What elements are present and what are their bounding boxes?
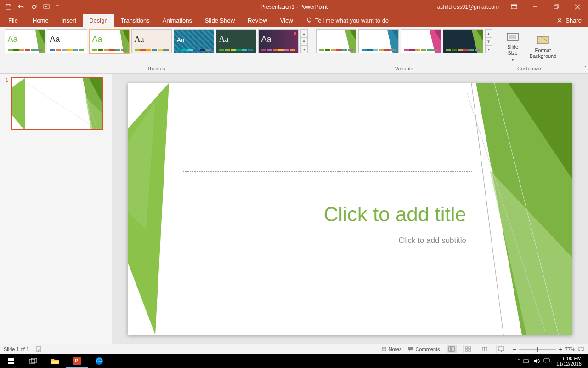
normal-view-icon[interactable] [447,345,457,353]
quick-access-toolbar [0,1,61,12]
edge-app-icon[interactable] [88,354,110,368]
notes-button[interactable]: Notes [381,346,402,352]
ribbon-display-options-icon[interactable] [503,0,525,14]
slide-size-button[interactable]: Slide Size ▾ [499,29,526,63]
theme-thumb-selected[interactable]: Aa [89,29,130,53]
themes-group-label: Themes [147,65,165,72]
svg-rect-37 [469,347,471,349]
theme-decoration-left [128,83,187,335]
tab-transitions[interactable]: Transitions [114,14,156,27]
title-bar: Presentation1 - PowerPoint achildress91@… [0,0,588,14]
theme-thumb[interactable]: Aa [216,29,256,53]
slide-sorter-view-icon[interactable] [463,345,473,353]
qat-customize-icon[interactable] [54,1,61,12]
zoom-slider[interactable] [519,349,556,350]
zoom-in-icon[interactable]: + [559,345,562,353]
date: 11/12/2016 [556,361,582,367]
svg-rect-44 [8,362,11,364]
scroll-down-icon[interactable]: ▼ [301,38,307,46]
share-button[interactable]: Share [550,14,588,27]
close-icon[interactable] [567,0,588,14]
title-placeholder[interactable]: Click to add title [183,171,472,230]
slide-number: 1 [6,77,8,130]
status-bar: Slide 1 of 1 Notes Comments − + 77% [0,344,588,354]
window-title: Presentation1 - PowerPoint [260,4,328,10]
slide-thumbnail[interactable] [11,77,103,130]
gallery-more-icon[interactable]: ▾ [486,46,492,53]
theme-thumb[interactable]: Aa [47,29,87,53]
reading-view-icon[interactable] [480,345,490,353]
tab-home[interactable]: Home [26,14,55,27]
slide: Click to add title Click to add subtitle [128,83,572,335]
variant-thumb[interactable] [358,29,399,53]
slide-size-label: Slide Size [507,44,518,56]
taskbar: P ˆ 6:00 PM 11/12/2016 [0,354,588,368]
variant-thumb[interactable] [443,29,483,53]
scroll-down-icon[interactable]: ▼ [486,38,492,46]
theme-thumb[interactable]: Aa [131,29,172,53]
subtitle-placeholder[interactable]: Click to add subtitle [183,232,472,272]
tab-file[interactable]: File [0,14,26,27]
zoom-out-icon[interactable]: − [513,345,516,353]
slide-size-icon [506,31,519,42]
tab-animations[interactable]: Animations [156,14,198,27]
themes-scroll[interactable]: ▲▼▾ [300,29,308,53]
theme-thumb[interactable]: Aa [5,29,45,53]
volume-icon[interactable] [533,358,540,364]
variant-thumb[interactable] [401,29,441,53]
undo-icon[interactable] [16,1,27,12]
svg-rect-36 [465,347,468,349]
share-icon [556,17,563,23]
tell-me-search[interactable]: Tell me what you want to do [300,14,389,27]
action-center-icon[interactable] [543,358,550,364]
lightbulb-icon [306,17,312,23]
gallery-more-icon[interactable]: ▾ [301,46,307,53]
spellcheck-icon[interactable] [35,346,42,352]
powerpoint-app-icon[interactable]: P [66,354,88,368]
svg-marker-23 [12,78,25,130]
tab-review[interactable]: Review [241,14,274,27]
maximize-icon[interactable] [546,0,567,14]
system-tray: ˆ 6:00 PM 11/12/2016 [518,356,588,367]
start-from-beginning-icon[interactable] [41,1,52,12]
variants-scroll[interactable]: ▲▼▾ [485,29,492,53]
task-view-icon[interactable] [22,354,44,368]
theme-thumb[interactable]: Aa [258,29,299,53]
comments-button[interactable]: Comments [408,346,440,352]
svg-rect-0 [7,4,9,6]
collapse-ribbon-icon[interactable]: ˆ [584,66,586,72]
clock[interactable]: 6:00 PM 11/12/2016 [554,356,584,367]
zoom-level[interactable]: 77% [565,346,575,352]
svg-rect-46 [29,359,35,363]
zoom-controls: − + 77% [513,345,584,353]
group-customize: Slide Size ▾ Format Background Customize [496,27,562,73]
slide-counter[interactable]: Slide 1 of 1 [4,346,29,352]
slide-panel: 1 [0,74,112,344]
scroll-up-icon[interactable]: ▲ [486,30,492,38]
redo-icon[interactable] [28,1,40,12]
tab-insert[interactable]: Insert [55,14,83,27]
slideshow-view-icon[interactable] [496,345,506,353]
tab-slideshow[interactable]: Slide Show [198,14,241,27]
slide-canvas-area[interactable]: Click to add title Click to add subtitle [112,74,588,344]
share-label: Share [565,17,582,24]
theme-thumb[interactable]: Aa [174,29,214,53]
account-label[interactable]: achildress91@gmail.com [433,4,503,10]
tray-overflow-icon[interactable]: ˆ [518,358,520,364]
scroll-up-icon[interactable]: ▲ [301,30,307,38]
svg-rect-45 [11,362,14,364]
fit-to-window-icon[interactable] [578,346,584,352]
tell-me-label: Tell me what you want to do [315,17,389,24]
start-button[interactable] [0,354,22,368]
variant-thumb[interactable] [316,29,356,53]
tab-view[interactable]: View [274,14,300,27]
tab-design[interactable]: Design [83,14,114,27]
svg-rect-48 [51,361,59,364]
svg-rect-20 [509,35,516,39]
file-explorer-icon[interactable] [44,354,66,368]
format-background-button[interactable]: Format Background [526,29,560,63]
network-icon[interactable] [523,358,530,364]
save-icon[interactable] [3,1,14,12]
minimize-icon[interactable] [525,0,546,14]
variants-group-label: Variants [395,65,413,72]
